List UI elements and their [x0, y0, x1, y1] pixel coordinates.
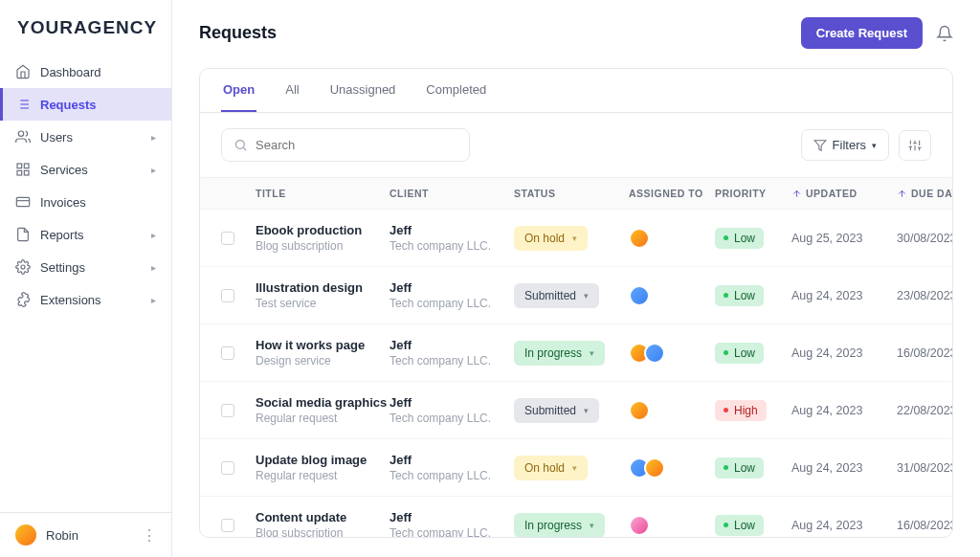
table-row[interactable]: Ebook productionBlog subscriptionJeffTec… — [200, 210, 952, 267]
topbar: Requests Create Request — [172, 0, 980, 58]
due-date: 23/08/2023 — [897, 289, 952, 302]
chevron-down-icon: ▾ — [590, 521, 594, 530]
page-title: Requests — [199, 23, 277, 43]
user-footer[interactable]: Robin ⋮ — [0, 512, 171, 557]
row-checkbox[interactable] — [221, 346, 234, 360]
col-priority[interactable]: PRIORITY — [715, 188, 791, 199]
updated-date: Aug 24, 2023 — [791, 461, 897, 475]
requests-table: TITLE CLIENT STATUS ASSIGNED TO PRIORITY… — [200, 177, 952, 537]
sidebar-item-dashboard[interactable]: Dashboard — [0, 56, 171, 88]
col-assigned[interactable]: ASSIGNED TO — [629, 188, 715, 199]
home-icon — [15, 64, 31, 79]
svg-rect-1 — [17, 164, 22, 168]
user-menu-icon[interactable]: ⋮ — [142, 526, 156, 545]
main-content: Requests Create Request OpenAllUnassigne… — [172, 0, 980, 557]
chevron-down-icon: ▾ — [584, 406, 589, 415]
sidebar-item-label: Services — [40, 163, 88, 177]
chevron-right-icon: ▸ — [151, 132, 156, 143]
client-company: Tech company LLC. — [390, 469, 514, 482]
row-checkbox[interactable] — [221, 404, 234, 417]
updated-date: Aug 24, 2023 — [791, 519, 897, 532]
request-subtitle: Regular request — [256, 412, 390, 425]
sidebar-item-invoices[interactable]: Invoices — [0, 186, 171, 218]
svg-point-0 — [18, 131, 23, 136]
search-box[interactable] — [221, 128, 470, 162]
client-name: Jeff — [390, 510, 514, 524]
sidebar-item-label: Requests — [40, 98, 97, 112]
tab-all[interactable]: All — [283, 69, 301, 112]
tab-completed[interactable]: Completed — [424, 69, 488, 112]
sidebar-item-requests[interactable]: Requests — [0, 88, 171, 121]
status-pill[interactable]: In progress▾ — [514, 341, 605, 366]
status-pill[interactable]: In progress▾ — [514, 513, 605, 538]
due-date: 16/08/2023 — [897, 346, 952, 360]
priority-badge: Low — [715, 343, 764, 364]
table-row[interactable]: Content updateBlog subscriptionJeffTech … — [200, 497, 952, 537]
table-row[interactable]: Social media graphicsRegular requestJeff… — [200, 382, 952, 439]
sidebar-item-extensions[interactable]: Extensions▸ — [0, 283, 171, 316]
table-row[interactable]: Illustration designTest serviceJeffTech … — [200, 267, 952, 324]
avatar — [644, 457, 665, 479]
filters-button[interactable]: Filters ▾ — [801, 129, 889, 161]
status-pill[interactable]: Submitted▾ — [514, 283, 599, 308]
search-input[interactable] — [256, 138, 457, 152]
sliders-icon — [908, 139, 922, 152]
svg-rect-3 — [24, 170, 29, 175]
row-checkbox[interactable] — [221, 289, 234, 302]
col-due[interactable]: DUE DATE — [897, 188, 952, 199]
sidebar-item-settings[interactable]: Settings▸ — [0, 251, 171, 283]
avatar — [629, 285, 650, 306]
client-name: Jeff — [390, 280, 514, 295]
table-row[interactable]: Update blog imageRegular requestJeffTech… — [200, 439, 952, 497]
row-checkbox[interactable] — [221, 461, 234, 475]
status-label: Submitted — [524, 404, 576, 417]
bell-icon[interactable] — [936, 25, 953, 42]
main-nav: DashboardRequestsUsers▸Services▸Invoices… — [0, 50, 171, 512]
sidebar-item-services[interactable]: Services▸ — [0, 153, 171, 186]
file-icon — [15, 227, 31, 242]
due-date: 16/08/2023 — [897, 519, 952, 532]
client-name: Jeff — [390, 223, 514, 237]
create-request-button[interactable]: Create Request — [801, 17, 923, 49]
svg-rect-5 — [16, 197, 29, 206]
list-icon — [15, 97, 31, 112]
col-status[interactable]: STATUS — [514, 188, 629, 199]
col-updated[interactable]: UPDATED — [791, 188, 897, 199]
client-company: Tech company LLC. — [390, 526, 514, 537]
status-pill[interactable]: On hold▾ — [514, 456, 588, 480]
assigned-avatars — [629, 343, 715, 364]
sidebar-item-users[interactable]: Users▸ — [0, 121, 171, 153]
col-title[interactable]: TITLE — [256, 188, 390, 199]
priority-badge: Low — [715, 515, 764, 536]
gear-icon — [15, 259, 31, 275]
status-pill[interactable]: On hold▾ — [514, 226, 588, 251]
sidebar-item-label: Extensions — [40, 293, 101, 307]
grid-icon — [15, 162, 31, 177]
sidebar-item-reports[interactable]: Reports▸ — [0, 218, 171, 251]
svg-rect-4 — [17, 170, 22, 175]
table-row[interactable]: How it works pageDesign serviceJeffTech … — [200, 324, 952, 382]
due-date: 31/08/2023 — [897, 461, 952, 475]
tab-open[interactable]: Open — [221, 69, 256, 112]
settings-columns-button[interactable] — [899, 130, 931, 161]
row-checkbox[interactable] — [221, 232, 234, 245]
sidebar-item-label: Invoices — [40, 195, 86, 210]
tab-unassigned[interactable]: Unassigned — [328, 69, 398, 112]
chevron-right-icon: ▸ — [151, 295, 156, 305]
priority-badge: Low — [715, 457, 764, 479]
col-client[interactable]: CLIENT — [390, 188, 514, 199]
status-pill[interactable]: Submitted▾ — [514, 398, 599, 423]
client-company: Tech company LLC. — [390, 354, 514, 368]
status-label: In progress — [524, 346, 582, 360]
chevron-down-icon: ▾ — [590, 348, 594, 358]
sidebar-item-label: Dashboard — [40, 65, 101, 79]
client-company: Tech company LLC. — [390, 412, 514, 425]
row-checkbox[interactable] — [221, 519, 234, 532]
client-name: Jeff — [390, 453, 514, 467]
chevron-right-icon: ▸ — [151, 230, 156, 240]
filter-icon — [813, 139, 827, 152]
request-subtitle: Regular request — [256, 469, 390, 482]
status-label: On hold — [524, 232, 565, 245]
request-title: Ebook production — [256, 223, 390, 237]
priority-badge: Low — [715, 285, 764, 306]
